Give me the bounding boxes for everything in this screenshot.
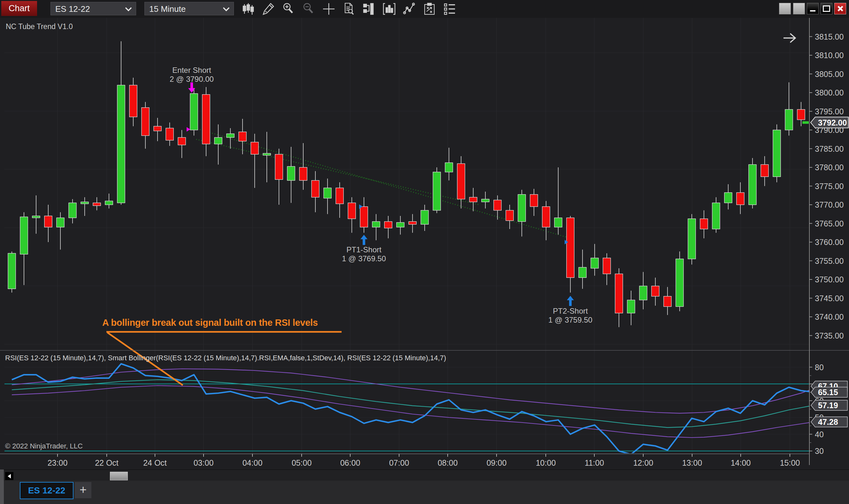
candle-body <box>396 222 404 228</box>
crosshair-icon <box>322 2 336 16</box>
candle-body <box>263 153 271 155</box>
zoom-in-button[interactable] <box>280 2 297 16</box>
indicators-button[interactable] <box>381 2 398 16</box>
svg-text:09:00: 09:00 <box>487 458 507 467</box>
instrument-select[interactable]: ES 12-22 <box>51 2 136 15</box>
strategies-button[interactable] <box>401 2 418 16</box>
candle-body <box>20 217 28 254</box>
candle-body <box>639 286 647 300</box>
close-icon <box>837 5 844 12</box>
chart-svg: Enter Short2 @ 3790.00PT1-Short1 @ 3769.… <box>0 18 849 469</box>
svg-text:23:00: 23:00 <box>48 458 68 467</box>
crosshair-button[interactable] <box>320 2 337 16</box>
zoom-out-icon <box>302 2 316 16</box>
close-button[interactable] <box>834 3 846 14</box>
candle-body <box>712 203 720 229</box>
strategy-analyzer-button[interactable] <box>421 2 438 16</box>
candle-body <box>190 94 198 130</box>
candle-body <box>773 130 781 177</box>
candle-body <box>348 203 356 219</box>
candle-body <box>615 274 623 313</box>
callout-text: A bollinger break out signal built on th… <box>102 318 318 328</box>
candle-body <box>494 200 501 210</box>
triangle-left-icon <box>8 474 11 479</box>
svg-text:08:00: 08:00 <box>438 458 458 467</box>
candle-body <box>202 94 210 144</box>
candle-body <box>567 218 574 277</box>
entry-short-label: Enter Short <box>172 66 211 74</box>
data-series-icon <box>342 2 356 16</box>
candle-body <box>749 164 756 205</box>
data-series-button[interactable] <box>340 2 357 16</box>
candle-body <box>688 219 696 259</box>
candle-body <box>433 172 441 211</box>
drawing-tools-button[interactable] <box>260 2 277 16</box>
candle-body <box>457 164 465 199</box>
chart-canvas[interactable]: Enter Short2 @ 3790.00PT1-Short1 @ 3769.… <box>0 18 849 469</box>
restore-icon <box>823 5 830 12</box>
right-arrow-icon[interactable] <box>783 34 795 42</box>
candle-body <box>518 195 526 222</box>
scroll-left-button[interactable] <box>5 472 14 480</box>
svg-text:3745.00: 3745.00 <box>815 294 844 303</box>
tab-bar: ES 12-22 + <box>0 481 849 504</box>
interval-value: 15 Minute <box>149 4 185 14</box>
restore-button[interactable] <box>820 3 832 14</box>
svg-text:3765.00: 3765.00 <box>815 219 844 228</box>
window-extra-button-2[interactable] <box>793 3 805 14</box>
candle-body <box>481 199 489 202</box>
copyright-label: © 2022 NinjaTrader, LLC <box>5 442 83 450</box>
candle-body <box>470 197 477 202</box>
chart-style-button[interactable] <box>240 2 257 16</box>
last-price-dash <box>802 121 809 124</box>
candle-body <box>360 206 368 227</box>
svg-text:65.15: 65.15 <box>818 388 838 397</box>
add-tab-button[interactable]: + <box>75 482 91 498</box>
candle-body <box>700 219 708 229</box>
minimize-button[interactable] <box>807 3 819 14</box>
chart-menu-button[interactable]: Chart <box>1 1 37 16</box>
window-extra-button-1[interactable] <box>779 3 791 14</box>
candle-body <box>129 85 137 117</box>
pt2-short-label: PT2-Short <box>553 307 588 315</box>
zoom-out-button[interactable] <box>300 2 317 16</box>
svg-text:04:00: 04:00 <box>243 458 263 467</box>
candle-body <box>166 128 174 140</box>
horizontal-scrollbar[interactable] <box>0 469 849 481</box>
candle-body <box>8 253 16 289</box>
tab-es-12-22[interactable]: ES 12-22 <box>20 482 73 499</box>
candle-body <box>554 218 562 227</box>
trade-annotations: Enter Short2 @ 3790.00PT1-Short1 @ 3769.… <box>170 66 592 324</box>
strategy-analyzer-icon <box>422 2 437 16</box>
svg-text:14:00: 14:00 <box>731 458 751 467</box>
candle-body <box>724 193 732 203</box>
candle-body <box>737 193 744 205</box>
svg-text:15:00: 15:00 <box>780 458 800 467</box>
svg-text:05:00: 05:00 <box>292 458 312 467</box>
chart-trader-button[interactable] <box>360 2 378 16</box>
candle-body <box>275 154 283 180</box>
candle-body <box>178 137 185 145</box>
scrollbar-thumb[interactable] <box>110 472 128 480</box>
properties-button[interactable] <box>441 2 458 16</box>
candle-body <box>105 201 113 205</box>
rsi-panel-label: RSI(ES 12-22 (15 Minute),14,7), Smart Bo… <box>5 354 446 362</box>
svg-text:13:00: 13:00 <box>682 458 702 467</box>
candle-body <box>227 134 234 138</box>
svg-text:3770.00: 3770.00 <box>815 200 844 209</box>
interval-select[interactable]: 15 Minute <box>144 2 234 15</box>
candle-body <box>287 166 295 180</box>
candle-body <box>142 108 149 136</box>
svg-text:3740.00: 3740.00 <box>815 312 844 321</box>
drawing-tools-icon <box>261 2 276 16</box>
svg-text:10:00: 10:00 <box>536 458 556 467</box>
arrow-up-icon <box>567 296 574 300</box>
svg-text:3810.00: 3810.00 <box>815 51 844 60</box>
candle-body <box>239 132 246 141</box>
pt1-short-label: PT1-Short <box>347 245 382 254</box>
svg-text:11:00: 11:00 <box>585 458 604 467</box>
candle-body <box>797 110 805 120</box>
candle-body <box>785 110 793 130</box>
candle-body <box>81 202 89 204</box>
chart-style-icon <box>241 2 255 16</box>
